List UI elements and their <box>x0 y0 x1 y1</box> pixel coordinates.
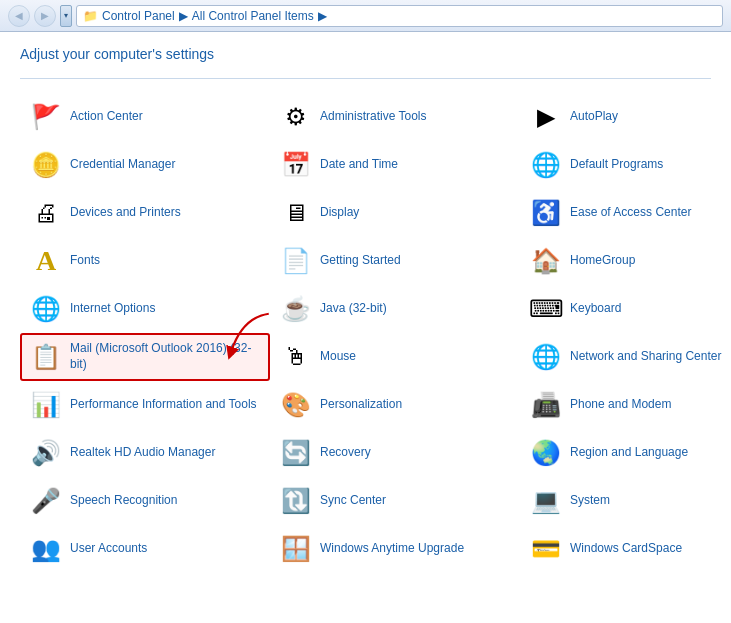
admin-tools-label: Administrative Tools <box>320 109 427 125</box>
credential-manager-icon: 🪙 <box>30 149 62 181</box>
item-realtek[interactable]: 🔊Realtek HD Audio Manager <box>20 429 270 477</box>
network-sharing-icon: 🌐 <box>530 341 562 373</box>
breadcrumb-all-items[interactable]: All Control Panel Items <box>192 9 314 23</box>
user-accounts-label: User Accounts <box>70 541 147 557</box>
region-language-icon: 🌏 <box>530 437 562 469</box>
phone-modem-icon: 📠 <box>530 389 562 421</box>
date-time-label: Date and Time <box>320 157 398 173</box>
item-user-accounts[interactable]: 👥User Accounts <box>20 525 270 573</box>
items-grid: 🚩Action Center⚙Administrative Tools▶Auto… <box>20 93 711 573</box>
item-recovery[interactable]: 🔄Recovery <box>270 429 520 477</box>
breadcrumb: 📁 Control Panel ▶ All Control Panel Item… <box>76 5 723 27</box>
user-accounts-icon: 👥 <box>30 533 62 565</box>
internet-options-label: Internet Options <box>70 301 155 317</box>
admin-tools-icon: ⚙ <box>280 101 312 133</box>
internet-options-icon: 🌐 <box>30 293 62 325</box>
system-icon: 💻 <box>530 485 562 517</box>
breadcrumb-sep2: ▶ <box>318 9 327 23</box>
item-system[interactable]: 💻System <box>520 477 731 525</box>
item-windows-cardspace[interactable]: 💳Windows CardSpace <box>520 525 731 573</box>
java-icon: ☕ <box>280 293 312 325</box>
item-mouse[interactable]: 🖱Mouse <box>270 333 520 381</box>
item-keyboard[interactable]: ⌨Keyboard <box>520 285 731 333</box>
default-programs-label: Default Programs <box>570 157 663 173</box>
personalization-label: Personalization <box>320 397 402 413</box>
display-icon: 🖥 <box>280 197 312 229</box>
getting-started-icon: 📄 <box>280 245 312 277</box>
content-area: Adjust your computer's settings 🚩Action … <box>0 32 731 583</box>
windows-cardspace-icon: 💳 <box>530 533 562 565</box>
item-ease-access[interactable]: ♿Ease of Access Center <box>520 189 731 237</box>
item-mail[interactable]: 📋Mail (Microsoft Outlook 2016) (32-bit) <box>20 333 270 381</box>
item-java[interactable]: ☕Java (32-bit) <box>270 285 520 333</box>
forward-button[interactable]: ▶ <box>34 5 56 27</box>
item-network-sharing[interactable]: 🌐Network and Sharing Center <box>520 333 731 381</box>
sync-center-icon: 🔃 <box>280 485 312 517</box>
page-title: Adjust your computer's settings <box>20 46 711 62</box>
devices-printers-label: Devices and Printers <box>70 205 181 221</box>
action-center-label: Action Center <box>70 109 143 125</box>
fonts-label: Fonts <box>70 253 100 269</box>
item-fonts[interactable]: AFonts <box>20 237 270 285</box>
region-language-label: Region and Language <box>570 445 688 461</box>
item-phone-modem[interactable]: 📠Phone and Modem <box>520 381 731 429</box>
mail-icon: 📋 <box>30 341 62 373</box>
item-action-center[interactable]: 🚩Action Center <box>20 93 270 141</box>
windows-upgrade-label: Windows Anytime Upgrade <box>320 541 464 557</box>
realtek-icon: 🔊 <box>30 437 62 469</box>
item-credential-manager[interactable]: 🪙Credential Manager <box>20 141 270 189</box>
mouse-label: Mouse <box>320 349 356 365</box>
java-label: Java (32-bit) <box>320 301 387 317</box>
mail-label: Mail (Microsoft Outlook 2016) (32-bit) <box>70 341 260 372</box>
item-getting-started[interactable]: 📄Getting Started <box>270 237 520 285</box>
sync-center-label: Sync Center <box>320 493 386 509</box>
keyboard-label: Keyboard <box>570 301 621 317</box>
breadcrumb-icon: 📁 <box>83 9 98 23</box>
speech-label: Speech Recognition <box>70 493 177 509</box>
system-label: System <box>570 493 610 509</box>
personalization-icon: 🎨 <box>280 389 312 421</box>
titlebar: ◀ ▶ ▾ 📁 Control Panel ▶ All Control Pane… <box>0 0 731 32</box>
devices-printers-icon: 🖨 <box>30 197 62 229</box>
item-performance[interactable]: 📊Performance Information and Tools <box>20 381 270 429</box>
item-display[interactable]: 🖥Display <box>270 189 520 237</box>
divider <box>20 78 711 79</box>
item-devices-printers[interactable]: 🖨Devices and Printers <box>20 189 270 237</box>
item-default-programs[interactable]: 🌐Default Programs <box>520 141 731 189</box>
windows-upgrade-icon: 🪟 <box>280 533 312 565</box>
phone-modem-label: Phone and Modem <box>570 397 671 413</box>
performance-label: Performance Information and Tools <box>70 397 257 413</box>
recovery-icon: 🔄 <box>280 437 312 469</box>
autoplay-icon: ▶ <box>530 101 562 133</box>
ease-access-icon: ♿ <box>530 197 562 229</box>
item-homegroup[interactable]: 🏠HomeGroup <box>520 237 731 285</box>
action-center-icon: 🚩 <box>30 101 62 133</box>
homegroup-icon: 🏠 <box>530 245 562 277</box>
breadcrumb-sep1: ▶ <box>179 9 188 23</box>
performance-icon: 📊 <box>30 389 62 421</box>
item-admin-tools[interactable]: ⚙Administrative Tools <box>270 93 520 141</box>
display-label: Display <box>320 205 359 221</box>
item-sync-center[interactable]: 🔃Sync Center <box>270 477 520 525</box>
mouse-icon: 🖱 <box>280 341 312 373</box>
item-region-language[interactable]: 🌏Region and Language <box>520 429 731 477</box>
item-personalization[interactable]: 🎨Personalization <box>270 381 520 429</box>
breadcrumb-control-panel[interactable]: Control Panel <box>102 9 175 23</box>
item-windows-upgrade[interactable]: 🪟Windows Anytime Upgrade <box>270 525 520 573</box>
fonts-icon: A <box>30 245 62 277</box>
nav-dropdown-button[interactable]: ▾ <box>60 5 72 27</box>
back-button[interactable]: ◀ <box>8 5 30 27</box>
realtek-label: Realtek HD Audio Manager <box>70 445 215 461</box>
credential-manager-label: Credential Manager <box>70 157 175 173</box>
item-internet-options[interactable]: 🌐Internet Options <box>20 285 270 333</box>
item-date-time[interactable]: 📅Date and Time <box>270 141 520 189</box>
item-autoplay[interactable]: ▶AutoPlay <box>520 93 731 141</box>
speech-icon: 🎤 <box>30 485 62 517</box>
item-speech[interactable]: 🎤Speech Recognition <box>20 477 270 525</box>
windows-cardspace-label: Windows CardSpace <box>570 541 682 557</box>
getting-started-label: Getting Started <box>320 253 401 269</box>
autoplay-label: AutoPlay <box>570 109 618 125</box>
network-sharing-label: Network and Sharing Center <box>570 349 721 365</box>
keyboard-icon: ⌨ <box>530 293 562 325</box>
recovery-label: Recovery <box>320 445 371 461</box>
